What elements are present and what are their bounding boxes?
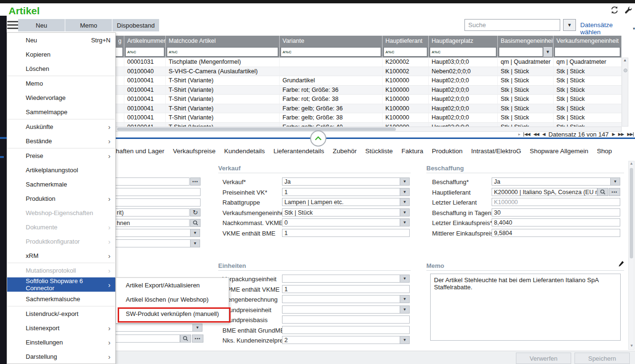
- menu-item-loeschen[interactable]: Löschen: [7, 61, 115, 76]
- menu-item-sammelmappe[interactable]: Sammelmappe: [7, 105, 115, 119]
- caret-down-icon[interactable]: ▼: [400, 188, 410, 196]
- verpackungseinheit-combo[interactable]: [282, 275, 400, 283]
- filter-input[interactable]: A%C: [281, 47, 381, 57]
- menu-item-preise[interactable]: Preise›: [7, 148, 115, 163]
- caret-down-icon[interactable]: ▼: [400, 177, 410, 186]
- tab-scroll-right-icon[interactable]: ▸: [604, 148, 606, 153]
- column-header[interactable]: Matchcode Artikel: [166, 36, 280, 46]
- caret-down-icon[interactable]: ▼: [191, 229, 200, 237]
- search-input[interactable]: [464, 19, 560, 31]
- scrollbar-thumb[interactable]: [624, 69, 627, 72]
- table-row[interactable]: 00100041T-Shirt (Variante)Farbe: rot; Gr…: [110, 86, 622, 95]
- vpme-enthaelt-vkme-input[interactable]: 1: [282, 285, 410, 293]
- fast-next-button[interactable]: ▶▶: [618, 132, 624, 137]
- left-field-combo[interactable]: [114, 239, 191, 247]
- menu-item-wiedervorlage[interactable]: Wiedervorlage: [7, 90, 115, 105]
- table-row[interactable]: 00001031Tischplatte (Mengenformel)K20000…: [110, 58, 622, 67]
- caret-down-icon[interactable]: ▼: [400, 305, 410, 314]
- column-header[interactable]: Artikelnummer: [124, 36, 166, 46]
- nks-kundeneinzelpreis-combo[interactable]: 2: [282, 336, 400, 344]
- letzter-einkaufspreis-input[interactable]: 8,4040: [492, 218, 620, 226]
- filter-input[interactable]: A%C: [383, 47, 427, 57]
- scrollbar-thumb[interactable]: [117, 128, 396, 131]
- filter-input[interactable]: A%C: [430, 47, 496, 57]
- filter-input[interactable]: A%C: [167, 47, 278, 57]
- table-row[interactable]: 00100041T-Shirt (Variante)Farbe: gelb; G…: [110, 113, 622, 123]
- tab-produktion[interactable]: Produktion: [432, 148, 463, 155]
- filter-input[interactable]: [554, 47, 620, 57]
- left-field-input[interactable]: hnen: [114, 219, 190, 227]
- column-header[interactable]: Hauptlieferant: [383, 36, 429, 46]
- search-filter-dropdown-button[interactable]: ▼: [563, 19, 576, 31]
- beschaffung-in-tagen-input[interactable]: 30: [492, 208, 620, 216]
- hamburger-menu-icon[interactable]: [7, 21, 19, 30]
- tab-eigenschaften-und-lager[interactable]: haften und Lager: [116, 148, 164, 155]
- menu-item-softfolio-shopware-6-connector[interactable]: Softfolio Shopware 6 Connector›: [7, 277, 115, 292]
- menu-item-darstellung[interactable]: Darstellung›: [7, 349, 115, 364]
- preiseinheit-combo[interactable]: 1: [282, 188, 400, 196]
- ellipsis-button[interactable]: •••: [192, 334, 203, 343]
- next-record-button[interactable]: ▶: [612, 132, 615, 137]
- search-lookup-button[interactable]: [180, 334, 191, 343]
- menu-item-auskuenfte[interactable]: Auskünfte›: [7, 119, 115, 134]
- table-row[interactable]: 00100040S-VHS-C-Camera (Auslaufartikel)K…: [110, 67, 622, 77]
- scroll-up-icon[interactable]: ▲: [623, 58, 627, 62]
- submenu-item-artikel-loeschen-nur-webshop[interactable]: Artikel löschen (nur Webshop): [116, 292, 229, 306]
- column-header[interactable]: Hauptlagerplatz: [429, 36, 498, 46]
- select-records-link[interactable]: Datensätze wählen ▾: [580, 21, 635, 36]
- column-header[interactable]: Basismengeneinheit: [498, 36, 554, 46]
- reload-field-button[interactable]: ↻: [190, 208, 201, 216]
- ellipsis-button[interactable]: •••: [190, 177, 201, 186]
- left-field-combo[interactable]: [114, 229, 191, 237]
- memo-textarea[interactable]: Der Artikel Stehleuchte hat bei dem Lief…: [430, 274, 621, 341]
- prev-record-button[interactable]: ◀: [542, 132, 545, 137]
- filter-input[interactable]: A%C: [125, 47, 164, 57]
- scrollbar-thumb[interactable]: [630, 168, 633, 258]
- tab-stueckliste[interactable]: Stückliste: [365, 148, 393, 155]
- tab-faktura[interactable]: Faktura: [402, 148, 423, 155]
- left-field-input[interactable]: [114, 198, 201, 207]
- menu-item-sachmerkmale[interactable]: Sachmerkmale: [7, 177, 115, 191]
- scroll-up-icon[interactable]: ▲: [630, 161, 634, 166]
- hauptlieferant-input[interactable]: K200000 | Italiano SpA, Cosenza (EU m. U…: [492, 188, 597, 196]
- save-button[interactable]: Speichern: [575, 353, 630, 364]
- tab-zubehoer[interactable]: Zubehör: [333, 148, 357, 155]
- refresh-icon[interactable]: [610, 6, 619, 14]
- menu-item-einstellungen[interactable]: Einstellungen›: [7, 335, 115, 349]
- ellipsis-button[interactable]: •••: [609, 188, 620, 196]
- table-row[interactable]: 00100041T-Shirt (Variante)Farbe: gelb; G…: [110, 104, 622, 114]
- grundpreiseinheit-combo[interactable]: [282, 305, 400, 314]
- left-field-combo[interactable]: [114, 324, 193, 332]
- caret-down-icon[interactable]: ▼: [400, 275, 410, 283]
- column-header[interactable]: Variante: [280, 36, 383, 46]
- verkaufsmengeneinheit-combo[interactable]: Stk | Stück: [282, 208, 400, 216]
- new-button[interactable]: Neu: [18, 19, 65, 31]
- menu-item-listenexport[interactable]: Listenexport›: [7, 321, 115, 335]
- tab-kundendetails[interactable]: Kundendetails: [224, 148, 265, 155]
- table-vertical-scrollbar[interactable]: ▲: [622, 58, 628, 127]
- menu-item-xrm[interactable]: xRM›: [7, 248, 115, 263]
- letzter-lieferant-input[interactable]: K100000: [492, 198, 620, 206]
- search-lookup-button[interactable]: [190, 219, 201, 227]
- beschaffung-combo[interactable]: Ja: [492, 177, 611, 186]
- rabattgruppe-combo[interactable]: Lampen | Lampen etc.: [282, 198, 400, 206]
- tab-scroll-left-icon[interactable]: ◂: [598, 148, 601, 153]
- caret-down-icon[interactable]: ▼: [611, 177, 620, 186]
- left-field-input[interactable]: [114, 177, 190, 186]
- collapse-panel-button[interactable]: [310, 130, 326, 147]
- tab-shopware-allgemein[interactable]: Shopware Allgemein: [530, 148, 588, 155]
- search-lookup-button[interactable]: [597, 188, 608, 196]
- caret-down-icon[interactable]: ▼: [543, 47, 552, 57]
- dispobestand-button[interactable]: Dispobestand: [112, 19, 159, 31]
- tab-lieferantendetails[interactable]: Lieferantendetails: [273, 148, 324, 155]
- left-field-input[interactable]: [114, 334, 180, 343]
- menu-item-artikelplanungstool[interactable]: Artikelplanungstool: [7, 163, 115, 177]
- verkauf-combo[interactable]: Ja: [282, 177, 400, 186]
- caret-down-icon[interactable]: ▼: [193, 324, 202, 332]
- column-header[interactable]: Verkaufsmengeneinheit: [554, 36, 622, 46]
- first-record-button[interactable]: ◀◀: [524, 132, 530, 137]
- caret-down-icon[interactable]: ▼: [400, 336, 410, 344]
- caret-down-icon[interactable]: ▼: [400, 295, 410, 303]
- vkme-enthaelt-bme-input[interactable]: 1: [282, 229, 410, 237]
- last-record-button[interactable]: ▶▶: [627, 132, 634, 137]
